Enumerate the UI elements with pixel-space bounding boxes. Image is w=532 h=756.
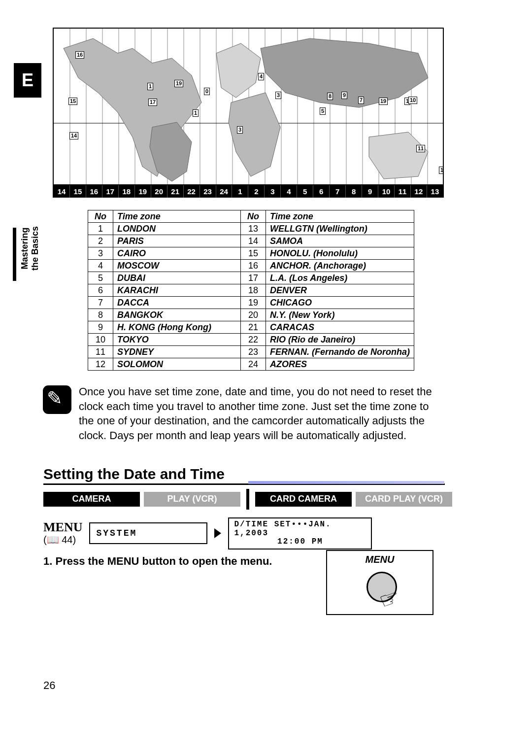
tz-row-no: 8: [88, 309, 113, 321]
map-tz-marker: 19: [174, 80, 183, 87]
tz-strip-cell: 14: [54, 185, 70, 198]
hand-pointer-icon: ☞: [375, 583, 403, 615]
map-tz-marker: 13: [439, 167, 443, 174]
tz-strip-cell: 13: [427, 185, 443, 198]
note-icon: [43, 385, 71, 414]
menu-box-dtime: D/TIME SET•••JAN. 1,2003 12:00 PM: [228, 517, 372, 550]
page-number: 26: [43, 679, 55, 692]
world-timezone-map: 16119043178975119101514311113 1415161718…: [53, 28, 444, 198]
tz-strip-cell: 21: [167, 185, 184, 198]
mode-camera: CAMERA: [43, 492, 140, 507]
menu-button-illustration: MENU ☞: [326, 550, 433, 615]
mode-play-vcr: PLAY (VCR): [144, 492, 240, 507]
tz-row-name: BANGKOK: [113, 309, 241, 321]
tz-row-name: LONDON: [113, 223, 241, 235]
step-1-text: 1. Press the MENU button to open the men…: [43, 555, 272, 568]
tz-row-no: 19: [241, 297, 266, 309]
note-paragraph: Once you have set time zone, date and ti…: [79, 384, 443, 443]
tz-row-no: 5: [88, 272, 113, 284]
tz-strip-cell: 5: [297, 185, 313, 198]
tz-row-no: 13: [241, 223, 266, 235]
tz-strip-cell: 1: [232, 185, 248, 198]
tz-row-name: CARACAS: [266, 321, 414, 334]
tz-row-name: CAIRO: [113, 247, 241, 260]
tz-strip-cell: 6: [313, 185, 330, 198]
tz-row-no: 4: [88, 260, 113, 272]
tz-row-name: PARIS: [113, 235, 241, 247]
tz-strip-cell: 18: [119, 185, 135, 198]
tz-row-name: AZORES: [266, 358, 414, 371]
menu-label: MENU: [43, 521, 82, 534]
tz-strip-cell: 4: [281, 185, 297, 198]
timezone-table: No Time zone No Time zone 1LONDON13WELLG…: [88, 210, 414, 371]
tz-strip-cell: 19: [135, 185, 151, 198]
tz-strip-cell: 15: [70, 185, 86, 198]
tz-row-name: N.Y. (New York): [266, 309, 414, 321]
book-icon: 📖: [47, 534, 59, 545]
tz-row-no: 9: [88, 321, 113, 334]
map-tz-marker: 3: [237, 126, 243, 134]
map-tz-marker: 9: [341, 92, 347, 99]
arrow-right-icon: [214, 528, 221, 538]
tz-header-name: Time zone: [266, 210, 414, 223]
tz-row-name: DACCA: [113, 297, 241, 309]
mode-row: CAMERA PLAY (VCR) CARD CAMERA CARD PLAY …: [43, 492, 452, 507]
tz-row-name: HONOLU. (Honolulu): [266, 247, 414, 260]
tz-header-no: No: [88, 210, 113, 223]
tz-strip-cell: 10: [378, 185, 395, 198]
tz-row-name: RIO (Rio de Janeiro): [266, 334, 414, 346]
tz-row-no: 17: [241, 272, 266, 284]
tz-row-no: 2: [88, 235, 113, 247]
tz-strip-cell: 11: [395, 185, 411, 198]
map-tz-marker: 5: [320, 107, 326, 115]
tz-strip-cell: 7: [330, 185, 346, 198]
illus-menu-label: MENU: [327, 554, 432, 565]
map-tz-marker: 16: [75, 51, 84, 59]
mode-card-play-vcr: CARD PLAY (VCR): [356, 492, 452, 507]
continents: [64, 38, 428, 181]
mode-divider: [246, 489, 249, 510]
tz-row-no: 23: [241, 346, 266, 358]
map-tz-marker: 4: [258, 73, 264, 80]
tz-row-no: 11: [88, 346, 113, 358]
map-tz-marker: 15: [68, 98, 77, 105]
tz-row-no: 24: [241, 358, 266, 371]
tz-row-name: ANCHOR. (Anchorage): [266, 260, 414, 272]
tz-row-no: 14: [241, 235, 266, 247]
mode-card-camera: CARD CAMERA: [255, 492, 352, 507]
tz-row-no: 1: [88, 223, 113, 235]
side-tab-label: Mastering the Basics: [20, 214, 40, 283]
tz-row-no: 15: [241, 247, 266, 260]
tz-row-name: SYDNEY: [113, 346, 241, 358]
tz-row-name: FERNAN. (Fernando de Noronha): [266, 346, 414, 358]
tz-strip-cell: 22: [184, 185, 200, 198]
heading-underline-accent: [248, 481, 444, 484]
tz-row-no: 22: [241, 334, 266, 346]
side-tab-bar: [13, 228, 16, 281]
tz-strip-cell: 8: [346, 185, 362, 198]
map-tz-marker: 11: [416, 145, 425, 152]
tz-strip-cell: 3: [265, 185, 281, 198]
tz-row-name: MOSCOW: [113, 260, 241, 272]
tz-strip-cell: 24: [216, 185, 233, 198]
tz-strip-cell: 23: [200, 185, 216, 198]
language-tab: E: [14, 63, 41, 98]
map-tz-marker: 7: [358, 97, 364, 104]
map-tz-marker: 0: [204, 88, 210, 95]
map-tz-marker: 10: [408, 97, 417, 104]
tz-header-no: No: [241, 210, 266, 223]
tz-row-no: 7: [88, 297, 113, 309]
map-tz-marker: 3: [275, 92, 281, 99]
tz-header-name: Time zone: [113, 210, 241, 223]
menu-page-ref: (📖 44): [43, 534, 82, 546]
map-tz-marker: 17: [148, 99, 157, 106]
tz-strip-cell: 2: [248, 185, 265, 198]
tz-row-name: H. KONG (Hong Kong): [113, 321, 241, 334]
tz-row-no: 18: [241, 284, 266, 297]
tz-row-name: L.A. (Los Angeles): [266, 272, 414, 284]
tz-strip-cell: 17: [102, 185, 119, 198]
map-tz-marker: 1: [193, 109, 199, 117]
map-tz-marker: 19: [379, 98, 388, 105]
tz-strip-cell: 12: [411, 185, 427, 198]
tz-row-no: 3: [88, 247, 113, 260]
